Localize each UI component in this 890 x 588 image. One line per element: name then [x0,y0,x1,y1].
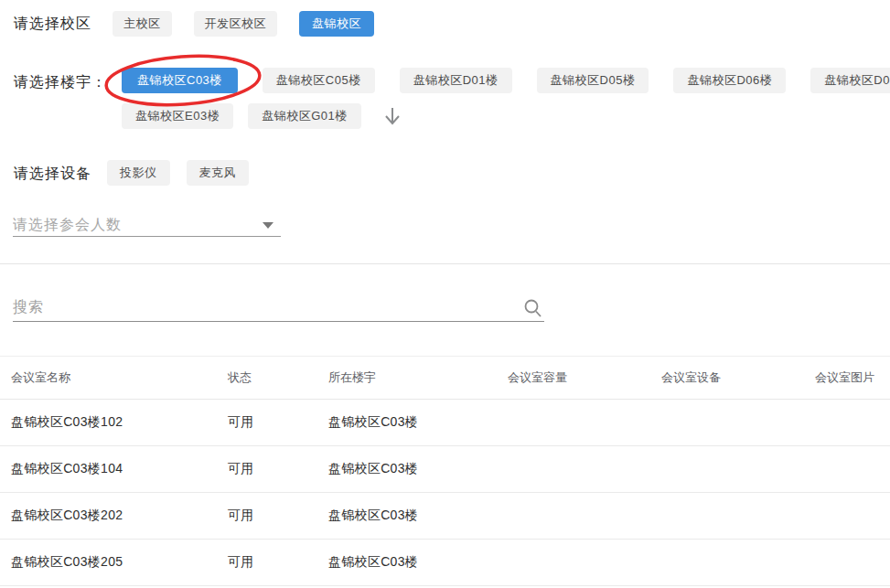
building-option-d06[interactable]: 盘锦校区D06楼 [673,68,786,93]
section-divider [0,263,890,264]
cell-room-name: 盘锦校区C03楼102 [0,414,217,431]
building-option-c03-selected[interactable]: 盘锦校区C03楼 [122,68,238,93]
equipment-option-projector[interactable]: 投影仪 [107,160,170,186]
campus-options: 主校区 开发区校区 盘锦校区 [113,11,374,37]
search-field[interactable] [13,294,544,322]
search-input[interactable] [13,294,517,321]
campus-option-panjin-selected[interactable]: 盘锦校区 [299,11,374,37]
campus-filter-label: 请选择校区 [14,15,91,34]
table-row[interactable]: 盘锦校区C03楼202 可用 盘锦校区C03楼 [0,493,890,540]
meeting-room-filter-page: 请选择校区 主校区 开发区校区 盘锦校区 请选择楼宇： 盘锦校区C03楼 盘锦校… [0,0,890,588]
building-option-d07[interactable]: 盘锦校区D07楼 [810,68,890,93]
cell-status: 可用 [217,508,317,524]
cell-room-name: 盘锦校区C03楼202 [0,508,217,524]
cell-status: 可用 [217,414,317,431]
table-header-row: 会议室名称 状态 所在楼宇 会议室容量 会议室设备 会议室图片 [0,356,890,400]
participants-select-input[interactable] [13,213,281,236]
col-header-equipment: 会议室设备 [650,369,804,386]
building-options-row1: 盘锦校区C03楼 盘锦校区C05楼 盘锦校区D01楼 盘锦校区D05楼 盘锦校区… [122,68,890,93]
campus-option-kaifaqu[interactable]: 开发区校区 [194,11,278,37]
cell-status: 可用 [217,461,317,477]
building-option-c05[interactable]: 盘锦校区C05楼 [263,68,375,93]
meeting-room-table: 会议室名称 状态 所在楼宇 会议室容量 会议室设备 会议室图片 盘锦校区C03楼… [0,356,890,586]
col-header-building: 所在楼宇 [317,369,497,386]
cell-building: 盘锦校区C03楼 [317,554,497,571]
cell-status: 可用 [217,554,317,571]
equipment-option-microphone[interactable]: 麦克风 [187,160,250,186]
cell-building: 盘锦校区C03楼 [317,508,497,524]
campus-option-main[interactable]: 主校区 [113,11,172,37]
table-row[interactable]: 盘锦校区C03楼102 可用 盘锦校区C03楼 [0,400,890,446]
equipment-filter-label: 请选择设备 [14,165,91,184]
table-row[interactable]: 盘锦校区C03楼104 可用 盘锦校区C03楼 [0,446,890,493]
cell-building: 盘锦校区C03楼 [317,414,497,431]
building-option-e03[interactable]: 盘锦校区E03楼 [122,103,233,129]
cell-room-name: 盘锦校区C03楼205 [0,554,217,571]
building-option-d01[interactable]: 盘锦校区D01楼 [400,68,512,93]
building-options-row2: 盘锦校区E03楼 盘锦校区G01楼 [122,103,403,129]
col-header-room-name: 会议室名称 [0,369,217,386]
cell-building: 盘锦校区C03楼 [317,461,497,477]
building-option-d05[interactable]: 盘锦校区D05楼 [537,68,649,93]
col-header-capacity: 会议室容量 [497,369,650,386]
participants-select[interactable] [13,213,281,237]
building-option-g01[interactable]: 盘锦校区G01楼 [248,103,361,129]
caret-down-icon [263,222,273,229]
search-icon[interactable] [522,297,544,325]
equipment-options: 投影仪 麦克风 [107,160,249,186]
table-row[interactable]: 盘锦校区C03楼205 可用 盘锦校区C03楼 [0,540,890,586]
col-header-status: 状态 [217,369,317,386]
building-filter-label: 请选择楼宇： [14,73,107,92]
expand-more-buildings-down-arrow-icon[interactable] [381,105,403,128]
cell-room-name: 盘锦校区C03楼104 [0,461,217,477]
col-header-picture: 会议室图片 [804,369,890,386]
